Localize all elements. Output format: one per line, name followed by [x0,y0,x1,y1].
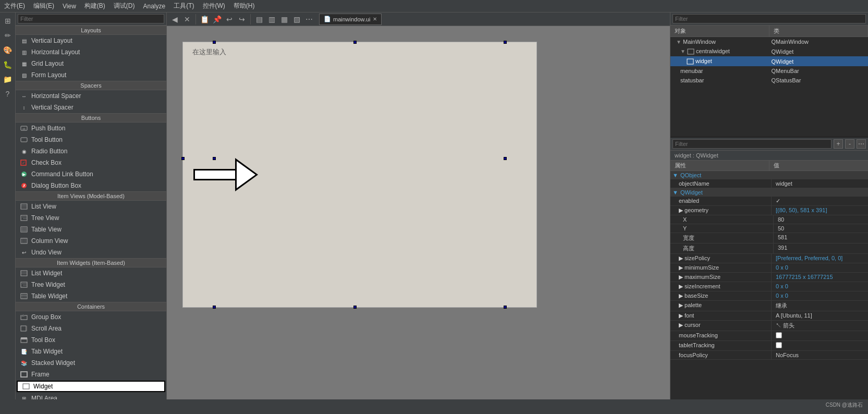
menu-controls[interactable]: 控件(W) [201,1,227,11]
expand-font[interactable]: ▶ [679,312,683,319]
item-tree-view[interactable]: Tree View [16,212,166,224]
tablettracking-checkbox[interactable] [776,342,782,348]
menu-analyze[interactable]: Analyze [141,2,167,11]
props-value-y[interactable]: 50 [774,224,868,233]
item-tool-box[interactable]: Tool Box [16,334,166,346]
item-column-view[interactable]: Column View [16,235,166,247]
menu-debug[interactable]: 调试(D) [112,1,137,11]
item-scroll-area[interactable]: Scroll Area [16,323,166,334]
props-section-qwidget[interactable]: ▼ QWidget [670,188,868,197]
item-vertical-spacer[interactable]: ↕ Vertical Spacer [16,102,166,113]
props-remove-btn[interactable]: - [845,139,854,149]
toolbar-paste[interactable]: 📌 [211,14,223,25]
toolbar-layout4[interactable]: ▧ [291,14,302,25]
toolbar-redo-btn[interactable]: ↪ [236,14,248,25]
props-value-minsize[interactable]: 0 x 0 [772,263,868,272]
item-tab-widget[interactable]: 📑 Tab Widget [16,346,166,357]
props-value-tablettracking[interactable] [772,341,868,350]
tree-row-centralwidget[interactable]: ▼ centralwidget QWidget [670,46,868,56]
item-table-widget[interactable]: Table Widget [16,290,166,302]
handle-tm[interactable] [353,41,357,44]
item-radio-button[interactable]: ◉ Radio Button [16,145,166,157]
props-value-width[interactable]: 581 [774,233,868,243]
expand-sizeincrement[interactable]: ▶ [679,283,683,289]
toolbar-close[interactable]: ✕ [181,14,193,25]
expand-maxsize[interactable]: ▶ [679,274,683,280]
props-value-enabled[interactable]: ✓ [772,197,868,205]
item-list-view[interactable]: List View [16,201,166,212]
toolbar-layout1[interactable]: ▤ [253,14,265,25]
menu-tools[interactable]: 工具(T) [172,1,196,11]
mousetracking-checkbox[interactable] [776,332,782,338]
handle-mr-2[interactable] [504,157,507,160]
props-menu-btn[interactable]: ⋯ [857,139,866,149]
item-undo-view[interactable]: ↩ Undo View [16,247,166,258]
tree-row-menubar[interactable]: menubar QMenuBar [670,66,868,76]
help-side-icon[interactable]: ? [2,88,14,100]
props-add-btn[interactable]: + [834,139,843,149]
props-value-objectname[interactable]: widget [772,179,868,188]
tree-row-statusbar[interactable]: statusbar QStatusBar [670,76,868,85]
toolbar-back[interactable]: ◀ [169,14,180,25]
menu-view[interactable]: View [60,2,78,11]
tab-mainwindow[interactable]: 📄 mainwindow.ui ✕ [319,14,382,25]
expand-sizepolicy[interactable]: ▶ [679,255,683,261]
design-canvas[interactable]: 在这里输入 [167,26,670,399]
design-icon[interactable]: 🎨 [2,44,14,56]
right-filter-input[interactable] [673,14,866,23]
handle-ml[interactable] [181,157,185,160]
handle-tr[interactable] [504,41,507,44]
canvas-widget[interactable]: 在这里输入 [182,42,537,308]
menu-help[interactable]: 帮助(H) [231,1,257,11]
menu-file[interactable]: 文件(E) [2,1,27,11]
item-widget[interactable]: Widget [17,381,165,392]
props-value-basesize[interactable]: 0 x 0 [772,291,868,300]
item-tree-widget[interactable]: Tree Widget [16,279,166,290]
item-grid-layout[interactable]: ▦ Grid Layout [16,58,166,69]
toolbar-more[interactable]: ⋯ [303,14,315,25]
toolbar-layout2[interactable]: ▥ [266,14,277,25]
expand-minsize[interactable]: ▶ [679,264,683,271]
toolbar-copy[interactable]: 📋 [199,14,210,25]
props-value-geometry[interactable]: [(80, 50), 581 x 391] [772,206,868,215]
props-value-mousetracking[interactable] [772,331,868,340]
expand-palette[interactable]: ▶ [679,302,683,308]
props-value-palette[interactable]: 继承 [772,301,868,311]
handle-bm[interactable] [353,306,357,309]
expand-cursor[interactable]: ▶ [679,322,683,328]
props-filter-input[interactable] [673,139,832,149]
item-frame[interactable]: Frame [16,369,166,380]
handle-bl[interactable] [213,306,216,309]
tree-row-widget[interactable]: widget QWidget [670,56,868,66]
props-section-qobject[interactable]: ▼ QObject [670,171,868,179]
edit-icon[interactable]: ✏ [2,29,14,42]
item-vertical-layout[interactable]: ▤ Vertical Layout [16,35,166,46]
item-push-button[interactable]: ok Push Button [16,123,166,134]
props-value-cursor[interactable]: ↖ 箭头 [772,321,868,331]
props-value-font[interactable]: A [Ubuntu, 11] [772,311,868,320]
menu-edit[interactable]: 编辑(E) [31,1,56,11]
props-value-x[interactable]: 80 [774,215,868,224]
toolbar-undo-btn[interactable]: ↩ [224,14,235,25]
props-value-height[interactable]: 391 [774,243,868,253]
handle-br[interactable] [504,306,507,309]
item-check-box[interactable]: ✓ Check Box [16,157,166,168]
debug-icon[interactable]: 🐛 [2,58,14,71]
item-list-widget[interactable]: List Widget [16,267,166,279]
props-value-maxsize[interactable]: 16777215 x 16777215 [772,273,868,282]
toolbar-layout3[interactable]: ▦ [278,14,290,25]
menu-build[interactable]: 构建(B) [82,1,107,11]
left-filter-input[interactable] [18,14,164,23]
item-command-link-button[interactable]: ▶ Command Link Button [16,168,166,180]
welcome-icon[interactable]: ⊞ [2,15,14,27]
handle-tl[interactable] [213,41,216,44]
item-mdi-area[interactable]: ⊞ MDI Area [16,393,166,399]
item-dialog-button-box[interactable]: ✗ Dialog Button Box [16,180,166,191]
props-value-sizeincrement[interactable]: 0 x 0 [772,282,868,291]
expand-geometry[interactable]: ▶ [679,207,683,213]
item-horizontal-layout[interactable]: ▥ Horizontal Layout [16,46,166,58]
item-horizontal-spacer[interactable]: ↔ Horizontal Spacer [16,90,166,102]
expand-basesize[interactable]: ▶ [679,293,683,299]
item-stacked-widget[interactable]: 📚 Stacked Widget [16,357,166,369]
tab-close-icon[interactable]: ✕ [373,16,377,22]
